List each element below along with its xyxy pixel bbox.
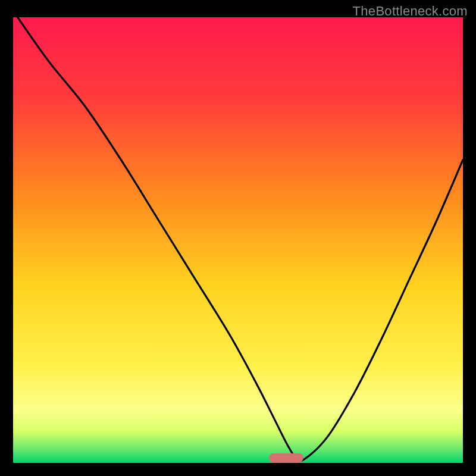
gradient-rect [13,17,463,463]
gradient-background [13,17,463,463]
chart-frame: TheBottleneck.com [0,0,476,476]
watermark-text: TheBottleneck.com [353,4,468,19]
plot-area [13,17,463,463]
optimal-marker [269,453,303,462]
